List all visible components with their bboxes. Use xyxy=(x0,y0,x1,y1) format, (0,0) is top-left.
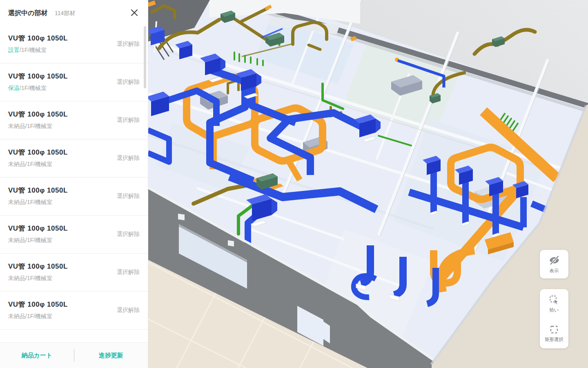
part-list-item[interactable]: VU管 100φ 1050L設置/1F/機械室選択解除 xyxy=(0,25,148,63)
app-root: 選択中の部材 114部材 VU管 100φ 1050L設置/1F/機械室選択解除… xyxy=(0,0,588,368)
part-location: /1F/機械室 xyxy=(25,161,52,167)
deselect-button[interactable]: 選択解除 xyxy=(117,269,140,276)
part-location: /1F/機械室 xyxy=(25,275,52,281)
part-location: /1F/機械室 xyxy=(25,237,52,243)
part-location: /1F/機械室 xyxy=(25,123,52,129)
selection-tool-panel: 拾い 矩形選択 xyxy=(540,289,568,348)
rect-select-button[interactable]: 矩形選択 xyxy=(540,319,568,349)
delivery-cart-button[interactable]: 納品カート xyxy=(0,352,74,359)
part-status: 保温 xyxy=(8,85,20,91)
panel-title: 選択中の部材 xyxy=(8,9,47,18)
part-location: /1F/機械室 xyxy=(20,85,47,91)
part-list-item[interactable]: VU管 100φ 1050L保温/1F/機械室選択解除 xyxy=(0,63,148,101)
part-status: 未納品 xyxy=(8,275,25,281)
part-location: /1F/機械室 xyxy=(25,313,52,319)
part-status: 未納品 xyxy=(8,123,25,129)
deselect-button[interactable]: 選択解除 xyxy=(117,155,140,162)
pick-icon xyxy=(549,294,559,305)
3d-viewport-scene xyxy=(148,0,588,368)
selected-count: 114部材 xyxy=(55,10,75,17)
visibility-label: 表示 xyxy=(550,268,559,274)
3d-viewport[interactable] xyxy=(148,0,588,368)
part-list-item[interactable]: VU管 100φ 1050L未納品/1F/機械室選択解除 xyxy=(0,139,148,177)
progress-update-button[interactable]: 進捗更新 xyxy=(74,352,148,359)
part-status: 設置 xyxy=(8,47,20,53)
visibility-button[interactable]: 表示 xyxy=(540,250,568,278)
selected-parts-panel: 選択中の部材 114部材 VU管 100φ 1050L設置/1F/機械室選択解除… xyxy=(0,0,148,368)
part-list-item[interactable]: VU管 100φ 1050L未納品/1F/機械室選択解除 xyxy=(0,177,148,215)
selected-parts-list: VU管 100φ 1050L設置/1F/機械室選択解除VU管 100φ 1050… xyxy=(0,25,148,342)
part-location: /1F/機械室 xyxy=(20,47,47,53)
part-list-item[interactable]: VU管 100φ 1050L未納品/1F/機械室選択解除 xyxy=(0,254,148,292)
rect-select-label: 矩形選択 xyxy=(545,337,564,343)
eye-off-icon xyxy=(549,255,560,266)
panel-footer: 納品カート 進捗更新 xyxy=(0,342,148,368)
deselect-button[interactable]: 選択解除 xyxy=(117,307,140,314)
deselect-button[interactable]: 選択解除 xyxy=(117,231,140,238)
deselect-button[interactable]: 選択解除 xyxy=(117,79,140,86)
part-list-item[interactable]: VU管 100φ 1050L未納品/1F/機械室選択解除 xyxy=(0,292,148,330)
pick-button[interactable]: 拾い xyxy=(540,289,568,319)
part-list-item[interactable]: VU管 100φ 1050L未納品/1F/機械室選択解除 xyxy=(0,215,148,254)
part-status: 未納品 xyxy=(8,313,25,319)
panel-header: 選択中の部材 114部材 xyxy=(0,0,148,25)
part-list-item[interactable]: VU管 100φ 1050L未納品/1F/機械室選択解除 xyxy=(0,101,148,139)
part-location: /1F/機械室 xyxy=(25,199,52,205)
pick-label: 拾い xyxy=(549,307,559,313)
deselect-button[interactable]: 選択解除 xyxy=(117,40,140,48)
rect-select-icon xyxy=(549,325,559,334)
deselect-button[interactable]: 選択解除 xyxy=(117,193,140,200)
close-icon[interactable] xyxy=(130,8,139,17)
part-status: 未納品 xyxy=(8,237,25,243)
scrollbar-thumb[interactable] xyxy=(144,26,146,88)
deselect-button[interactable]: 選択解除 xyxy=(117,117,140,124)
part-status: 未納品 xyxy=(8,161,25,167)
part-status: 未納品 xyxy=(8,199,25,205)
